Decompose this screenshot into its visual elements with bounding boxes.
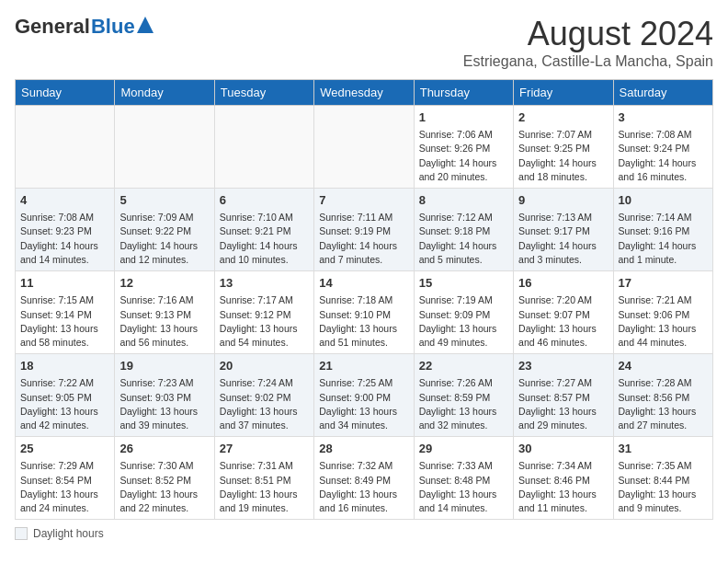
calendar-day-header: Tuesday bbox=[214, 80, 313, 106]
day-number: 2 bbox=[518, 109, 608, 126]
day-number: 26 bbox=[119, 441, 209, 457]
day-info: Sunrise: 7:34 AM Sunset: 8:46 PM Dayligh… bbox=[518, 459, 608, 515]
calendar-day-header: Wednesday bbox=[314, 80, 414, 106]
page-subtitle: Estriegana, Castille-La Mancha, Spain bbox=[463, 53, 713, 70]
header: General Blue August 2024 Estriegana, Cas… bbox=[15, 15, 713, 70]
calendar-day-cell: 31Sunrise: 7:35 AM Sunset: 8:44 PM Dayli… bbox=[613, 437, 712, 520]
calendar-week-row: 25Sunrise: 7:29 AM Sunset: 8:54 PM Dayli… bbox=[16, 437, 713, 520]
day-info: Sunrise: 7:17 AM Sunset: 9:12 PM Dayligh… bbox=[220, 293, 309, 350]
calendar-day-header: Monday bbox=[115, 80, 214, 106]
day-info: Sunrise: 7:35 AM Sunset: 8:44 PM Dayligh… bbox=[619, 459, 708, 515]
daylight-legend-label: Daylight hours bbox=[33, 527, 104, 540]
calendar-day-cell: 22Sunrise: 7:26 AM Sunset: 8:59 PM Dayli… bbox=[414, 354, 513, 437]
daylight-legend-box bbox=[15, 527, 28, 540]
day-number: 9 bbox=[518, 192, 608, 209]
calendar-day-cell: 1Sunrise: 7:06 AM Sunset: 9:26 PM Daylig… bbox=[414, 106, 513, 189]
day-info: Sunrise: 7:09 AM Sunset: 9:22 PM Dayligh… bbox=[119, 211, 209, 267]
calendar-day-cell: 19Sunrise: 7:23 AM Sunset: 9:03 PM Dayli… bbox=[115, 354, 214, 437]
day-number: 12 bbox=[119, 275, 209, 292]
calendar-header-row: SundayMondayTuesdayWednesdayThursdayFrid… bbox=[16, 80, 713, 106]
calendar-day-cell: 21Sunrise: 7:25 AM Sunset: 9:00 PM Dayli… bbox=[314, 354, 414, 437]
calendar-day-cell: 14Sunrise: 7:18 AM Sunset: 9:10 PM Dayli… bbox=[314, 271, 414, 354]
calendar-day-cell bbox=[314, 106, 414, 189]
day-info: Sunrise: 7:10 AM Sunset: 9:21 PM Dayligh… bbox=[220, 211, 309, 267]
day-number: 31 bbox=[619, 441, 708, 457]
day-info: Sunrise: 7:33 AM Sunset: 8:48 PM Dayligh… bbox=[419, 459, 508, 515]
day-number: 21 bbox=[319, 358, 408, 374]
calendar-day-cell: 4Sunrise: 7:08 AM Sunset: 9:23 PM Daylig… bbox=[16, 189, 115, 271]
calendar-day-cell: 8Sunrise: 7:12 AM Sunset: 9:18 PM Daylig… bbox=[414, 189, 513, 271]
calendar-day-header: Thursday bbox=[414, 80, 513, 106]
day-info: Sunrise: 7:24 AM Sunset: 9:02 PM Dayligh… bbox=[220, 376, 309, 432]
calendar-day-cell: 6Sunrise: 7:10 AM Sunset: 9:21 PM Daylig… bbox=[214, 189, 313, 271]
day-number: 14 bbox=[319, 275, 408, 292]
calendar-table: SundayMondayTuesdayWednesdayThursdayFrid… bbox=[15, 79, 713, 520]
day-number: 29 bbox=[419, 441, 508, 457]
day-number: 25 bbox=[20, 441, 109, 457]
calendar-day-cell bbox=[16, 106, 115, 189]
calendar-day-cell: 15Sunrise: 7:19 AM Sunset: 9:09 PM Dayli… bbox=[414, 271, 513, 354]
calendar-week-row: 18Sunrise: 7:22 AM Sunset: 9:05 PM Dayli… bbox=[16, 354, 713, 437]
day-info: Sunrise: 7:08 AM Sunset: 9:23 PM Dayligh… bbox=[20, 211, 109, 267]
day-info: Sunrise: 7:06 AM Sunset: 9:26 PM Dayligh… bbox=[419, 128, 508, 184]
calendar-day-header: Saturday bbox=[613, 80, 712, 106]
calendar-day-cell: 7Sunrise: 7:11 AM Sunset: 9:19 PM Daylig… bbox=[314, 189, 414, 271]
day-info: Sunrise: 7:11 AM Sunset: 9:19 PM Dayligh… bbox=[319, 211, 408, 267]
day-info: Sunrise: 7:22 AM Sunset: 9:05 PM Dayligh… bbox=[20, 376, 109, 432]
day-number: 30 bbox=[518, 441, 608, 457]
svg-marker-0 bbox=[137, 17, 154, 33]
calendar-day-cell: 13Sunrise: 7:17 AM Sunset: 9:12 PM Dayli… bbox=[214, 271, 313, 354]
day-info: Sunrise: 7:32 AM Sunset: 8:49 PM Dayligh… bbox=[319, 459, 408, 515]
calendar-day-cell: 25Sunrise: 7:29 AM Sunset: 8:54 PM Dayli… bbox=[16, 437, 115, 520]
day-number: 10 bbox=[619, 192, 708, 209]
day-number: 28 bbox=[319, 441, 408, 457]
day-number: 4 bbox=[20, 192, 109, 209]
day-info: Sunrise: 7:29 AM Sunset: 8:54 PM Dayligh… bbox=[20, 459, 109, 515]
calendar-day-header: Sunday bbox=[16, 80, 115, 106]
calendar-day-header: Friday bbox=[514, 80, 613, 106]
day-number: 22 bbox=[419, 358, 508, 374]
day-number: 3 bbox=[619, 109, 708, 126]
day-info: Sunrise: 7:27 AM Sunset: 8:57 PM Dayligh… bbox=[518, 376, 608, 432]
day-info: Sunrise: 7:26 AM Sunset: 8:59 PM Dayligh… bbox=[419, 376, 508, 432]
calendar-day-cell: 17Sunrise: 7:21 AM Sunset: 9:06 PM Dayli… bbox=[613, 271, 712, 354]
calendar-week-row: 11Sunrise: 7:15 AM Sunset: 9:14 PM Dayli… bbox=[16, 271, 713, 354]
calendar-day-cell: 28Sunrise: 7:32 AM Sunset: 8:49 PM Dayli… bbox=[314, 437, 414, 520]
day-number: 13 bbox=[220, 275, 309, 292]
calendar-week-row: 1Sunrise: 7:06 AM Sunset: 9:26 PM Daylig… bbox=[16, 106, 713, 189]
day-number: 6 bbox=[220, 192, 309, 209]
title-area: August 2024 Estriegana, Castille-La Manc… bbox=[463, 15, 713, 70]
calendar-day-cell: 3Sunrise: 7:08 AM Sunset: 9:24 PM Daylig… bbox=[613, 106, 712, 189]
day-number: 1 bbox=[419, 109, 508, 126]
calendar-day-cell: 2Sunrise: 7:07 AM Sunset: 9:25 PM Daylig… bbox=[514, 106, 613, 189]
calendar-day-cell: 23Sunrise: 7:27 AM Sunset: 8:57 PM Dayli… bbox=[514, 354, 613, 437]
logo-general-text: General bbox=[15, 15, 90, 39]
day-info: Sunrise: 7:18 AM Sunset: 9:10 PM Dayligh… bbox=[319, 293, 408, 350]
calendar-week-row: 4Sunrise: 7:08 AM Sunset: 9:23 PM Daylig… bbox=[16, 189, 713, 271]
day-info: Sunrise: 7:07 AM Sunset: 9:25 PM Dayligh… bbox=[518, 128, 608, 184]
day-info: Sunrise: 7:15 AM Sunset: 9:14 PM Dayligh… bbox=[20, 293, 109, 350]
calendar-day-cell: 5Sunrise: 7:09 AM Sunset: 9:22 PM Daylig… bbox=[115, 189, 214, 271]
day-info: Sunrise: 7:16 AM Sunset: 9:13 PM Dayligh… bbox=[119, 293, 209, 350]
day-number: 18 bbox=[20, 358, 109, 374]
day-info: Sunrise: 7:13 AM Sunset: 9:17 PM Dayligh… bbox=[518, 211, 608, 267]
calendar-day-cell: 20Sunrise: 7:24 AM Sunset: 9:02 PM Dayli… bbox=[214, 354, 313, 437]
day-info: Sunrise: 7:28 AM Sunset: 8:56 PM Dayligh… bbox=[619, 376, 708, 432]
logo-triangle-icon bbox=[137, 17, 154, 33]
page-title: August 2024 bbox=[463, 15, 713, 53]
day-info: Sunrise: 7:25 AM Sunset: 9:00 PM Dayligh… bbox=[319, 376, 408, 432]
day-info: Sunrise: 7:23 AM Sunset: 9:03 PM Dayligh… bbox=[119, 376, 209, 432]
day-info: Sunrise: 7:08 AM Sunset: 9:24 PM Dayligh… bbox=[619, 128, 708, 184]
day-info: Sunrise: 7:12 AM Sunset: 9:18 PM Dayligh… bbox=[419, 211, 508, 267]
footer: Daylight hours bbox=[15, 527, 713, 540]
day-info: Sunrise: 7:20 AM Sunset: 9:07 PM Dayligh… bbox=[518, 293, 608, 350]
day-number: 15 bbox=[419, 275, 508, 292]
day-number: 20 bbox=[220, 358, 309, 374]
calendar-day-cell bbox=[115, 106, 214, 189]
day-number: 19 bbox=[119, 358, 209, 374]
day-number: 8 bbox=[419, 192, 508, 209]
day-number: 5 bbox=[119, 192, 209, 209]
day-number: 16 bbox=[518, 275, 608, 292]
calendar-day-cell: 26Sunrise: 7:30 AM Sunset: 8:52 PM Dayli… bbox=[115, 437, 214, 520]
day-number: 7 bbox=[319, 192, 408, 209]
